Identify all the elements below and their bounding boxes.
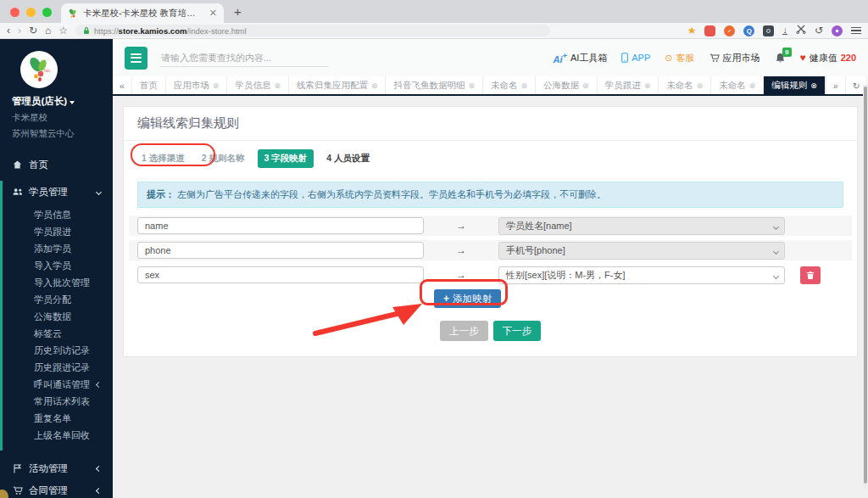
- school-name: 卡米星校: [12, 112, 113, 124]
- collapse-menu-button[interactable]: [125, 47, 147, 70]
- scissors-icon[interactable]: [796, 25, 806, 36]
- source-field-input[interactable]: [137, 266, 424, 283]
- sidebar-item-student-info[interactable]: 学员信息: [3, 206, 113, 223]
- sidebar-item-home[interactable]: 首页: [0, 154, 113, 176]
- screenshot-camera-icon[interactable]: [763, 25, 774, 36]
- window-minimize-button[interactable]: [26, 8, 36, 17]
- notification-badge: 9: [782, 48, 791, 57]
- nav-tab-edit-rule[interactable]: 编辑规则⊗: [764, 76, 826, 94]
- tab-close-icon[interactable]: ⊗: [371, 81, 378, 90]
- nav-tab-app-market[interactable]: 应用市场⊗: [166, 76, 228, 94]
- target-field-select[interactable]: 学员姓名[name]: [498, 217, 785, 235]
- tab-close-icon[interactable]: ⊗: [810, 81, 817, 90]
- mapping-row-name: → 学员姓名[name]: [129, 215, 852, 236]
- sidebar-item-add-student[interactable]: 添加学员: [3, 240, 113, 257]
- compass-extension-icon[interactable]: [724, 25, 735, 36]
- customer-service-button[interactable]: ⊙客服: [665, 52, 694, 64]
- q-extension-icon[interactable]: Q: [743, 25, 754, 36]
- tab-close-icon[interactable]: ⊗: [644, 81, 651, 90]
- back-icon[interactable]: ‹: [7, 25, 10, 36]
- app-button[interactable]: APP: [621, 53, 650, 63]
- nav-tab-lead-config[interactable]: 线索归集应用配置⊗: [289, 76, 387, 94]
- sidebar-item-script-list[interactable]: 常用话术列表: [3, 393, 113, 410]
- mapping-row-phone: → 手机号[phone]: [129, 240, 852, 260]
- forward-icon[interactable]: ›: [18, 25, 21, 36]
- new-tab-button[interactable]: +: [234, 4, 242, 19]
- page-title: 编辑线索归集规则: [124, 107, 857, 141]
- target-field-select[interactable]: 手机号[phone]: [498, 242, 785, 260]
- tab-close-icon[interactable]: ⊗: [274, 81, 281, 90]
- sidebar-item-duplicate-list[interactable]: 重复名单: [3, 410, 113, 427]
- role-caret-icon: [70, 101, 75, 104]
- sidebar-item-tag-cloud[interactable]: 标签云: [3, 325, 113, 342]
- previous-step-button[interactable]: 上一步: [440, 321, 488, 341]
- nav-tab-followup[interactable]: 学员跟进⊗: [598, 76, 659, 94]
- download-icon[interactable]: ↓: [782, 26, 787, 35]
- app-market-button[interactable]: 应用市场: [709, 52, 760, 64]
- user-role[interactable]: 管理员(店长): [12, 95, 113, 108]
- favorites-star-icon[interactable]: ★: [687, 25, 697, 36]
- chat-extension-icon[interactable]: [832, 25, 843, 36]
- nav-tab-home[interactable]: 首页: [132, 76, 166, 94]
- health-score[interactable]: ♥健康值220: [800, 52, 856, 64]
- select-caret-icon: [773, 272, 779, 278]
- nav-tab-public-pool[interactable]: 公海数据⊗: [536, 76, 598, 94]
- sidebar-item-superior-recycle[interactable]: 上级名单回收: [3, 427, 113, 444]
- source-field-input[interactable]: [137, 242, 424, 259]
- sidebar-item-followup-history[interactable]: 历史跟进记录: [3, 359, 113, 376]
- sidebar-item-import-student[interactable]: 导入学员: [3, 257, 113, 274]
- bookmark-star-icon[interactable]: ☆: [58, 25, 68, 36]
- sidebar-item-import-batch[interactable]: 导入批次管理: [3, 274, 113, 291]
- sidebar-item-student-assign[interactable]: 学员分配: [3, 291, 113, 308]
- sidebar-item-public-pool[interactable]: 公海数据: [3, 308, 113, 325]
- browser-tab-title: 卡米星校-卡米星校 教育培训…: [83, 8, 204, 20]
- nav-tab-unnamed-3[interactable]: 未命名⊗: [711, 76, 764, 94]
- tab-close-icon[interactable]: ⊗: [468, 81, 475, 90]
- step-select-channel[interactable]: 1 选择渠道: [137, 149, 189, 168]
- sidebar-item-contract[interactable]: 合同管理: [0, 479, 113, 498]
- nav-tab-unnamed-2[interactable]: 未命名⊗: [659, 76, 711, 94]
- nav-tab-douyin-data[interactable]: 抖音飞鱼数据明细⊗: [386, 76, 483, 94]
- tab-close-icon[interactable]: ⊗: [521, 81, 528, 90]
- tab-close-icon[interactable]: ⊗: [213, 81, 220, 90]
- svg-text:fun: fun: [44, 68, 50, 73]
- game-center-icon[interactable]: [704, 25, 715, 36]
- nav-tab-unnamed-1[interactable]: 未命名⊗: [483, 76, 536, 94]
- next-step-button[interactable]: 下一步: [493, 321, 542, 341]
- tab-close-icon[interactable]: ⊗: [697, 81, 704, 90]
- ai-toolbox-button[interactable]: Ai+AI工具箱: [554, 52, 608, 64]
- sidebar-item-call-management[interactable]: 呼叫通话管理: [3, 376, 113, 393]
- sidebar-item-visit-history[interactable]: 历史到访记录: [3, 342, 113, 359]
- search-input[interactable]: [159, 49, 329, 67]
- sidebar-item-student-followup[interactable]: 学员跟进: [3, 223, 113, 240]
- url-field[interactable]: https://store.kamios.com/index-store.htm…: [75, 25, 550, 36]
- browser-menu-icon[interactable]: [851, 25, 861, 36]
- delete-mapping-button[interactable]: [800, 266, 821, 284]
- notifications-button[interactable]: 9: [775, 53, 786, 64]
- add-mapping-button[interactable]: +添加映射: [434, 289, 501, 308]
- users-icon: [12, 187, 23, 196]
- reload-icon[interactable]: ↻: [29, 25, 37, 36]
- tab-close-icon[interactable]: ⊗: [749, 81, 756, 90]
- step-field-mapping[interactable]: 3 字段映射: [258, 149, 314, 168]
- target-field-select[interactable]: 性别[sex][说明：M-男，F-女]: [498, 266, 785, 284]
- chevron-left-icon: [96, 487, 102, 493]
- nav-tab-student-info[interactable]: 学员信息⊗: [227, 76, 289, 94]
- undo-icon[interactable]: ↺: [815, 25, 823, 36]
- tab-close-icon[interactable]: ⊗: [582, 81, 589, 90]
- page-scrollbar[interactable]: [863, 85, 868, 490]
- source-field-input[interactable]: [137, 217, 424, 234]
- step-rule-name[interactable]: 2 规则名称: [198, 149, 249, 168]
- window-close-button[interactable]: [10, 8, 19, 17]
- sidebar-item-activity[interactable]: 活动管理: [0, 457, 113, 479]
- tabs-scroll-left-button[interactable]: «: [113, 76, 132, 94]
- step-staff-setting[interactable]: 4 人员设置: [322, 149, 374, 168]
- tab-close-icon[interactable]: ✕: [209, 8, 217, 19]
- sidebar-item-students[interactable]: 学员管理: [3, 181, 113, 203]
- scrollbar-thumb[interactable]: [864, 87, 867, 484]
- browser-tab[interactable]: 卡米星校-卡米星校 教育培训… ✕: [61, 3, 224, 23]
- home-icon[interactable]: ⌂: [45, 25, 51, 36]
- arrow-right-icon: →: [424, 220, 498, 232]
- tabs-scroll-right-button[interactable]: »: [826, 76, 845, 94]
- window-zoom-button[interactable]: [42, 8, 52, 17]
